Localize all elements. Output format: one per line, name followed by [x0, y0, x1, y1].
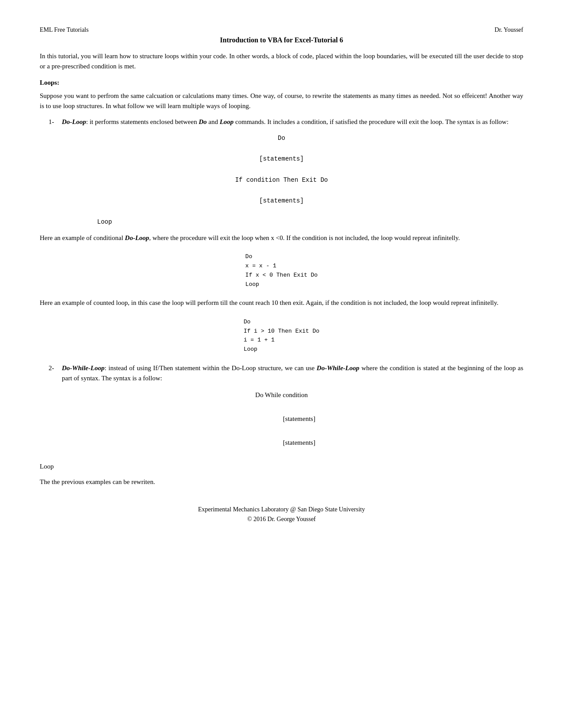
code1-line1: Do	[246, 252, 318, 262]
code-block-2: Do If i > 10 Then Exit Do i = 1 + 1 Loop	[244, 318, 320, 354]
syntax1-line4: [statements]	[40, 196, 523, 206]
item2-label: Do-While-Loop	[62, 364, 105, 372]
example2-para: Here an example of counted loop, in this…	[40, 298, 523, 308]
syntax1-line5: Loop	[97, 217, 523, 228]
syntax2-line4: Loop	[40, 461, 523, 473]
code-block-1-wrapper: Do x = x - 1 If x < 0 Then Exit Do Loop	[40, 248, 523, 293]
closing-text: The the previous examples can be rewrite…	[40, 477, 523, 487]
item2-text: Do-While-Loop: instead of using If/Then …	[62, 363, 523, 383]
item1-num: 1-	[49, 117, 62, 127]
title-section: Introduction to VBA for Excel-Tutorial 6	[40, 36, 523, 44]
code-block-1: Do x = x - 1 If x < 0 Then Exit Do Loop	[246, 252, 318, 289]
syntax-1: Do [statements] If condition Then Exit D…	[40, 133, 523, 228]
list-item-2: 2- Do-While-Loop: instead of using If/Th…	[49, 363, 523, 383]
footer-line1: Experimental Mechanics Laboratory @ San …	[40, 505, 523, 514]
syntax1-line3: If condition Then Exit Do	[40, 175, 523, 186]
page: EML Free Tutorials Dr. Youssef Introduct…	[0, 0, 563, 728]
page-header: EML Free Tutorials Dr. Youssef	[40, 26, 523, 34]
header-left: EML Free Tutorials	[40, 26, 89, 34]
item1-text: Do-Loop: it performs statements enclosed…	[62, 117, 523, 127]
syntax1-line2: [statements]	[40, 154, 523, 165]
header-right: Dr. Youssef	[495, 26, 523, 34]
item1-loop: Loop	[219, 118, 234, 125]
syntax2-line1: Do While condition	[40, 389, 523, 401]
code2-line4: Loop	[244, 345, 320, 354]
code2-line2: If i > 10 Then Exit Do	[244, 327, 320, 336]
syntax2-line2: [statements]	[75, 413, 523, 425]
syntax1-line1: Do	[40, 133, 523, 144]
item1-do: Do	[199, 118, 207, 125]
example1-para: Here an example of conditional Do-Loop, …	[40, 233, 523, 243]
item2-num: 2-	[49, 363, 62, 373]
syntax2-line3: [statements]	[75, 437, 523, 449]
list-item-1: 1- Do-Loop: it performs statements enclo…	[49, 117, 523, 127]
page-footer: Experimental Mechanics Laboratory @ San …	[40, 505, 523, 525]
page-title: Introduction to VBA for Excel-Tutorial 6	[40, 36, 523, 44]
code1-line2: x = x - 1	[246, 262, 318, 271]
item1-label: Do-Loop	[62, 118, 86, 125]
footer-line2: © 2016 Dr. George Youssef	[40, 514, 523, 524]
example1-label: Do-Loop	[125, 234, 149, 241]
code1-line4: Loop	[246, 280, 318, 289]
loops-heading: Loops:	[40, 79, 523, 86]
code-block-2-wrapper: Do If i > 10 Then Exit Do i = 1 + 1 Loop	[40, 313, 523, 359]
item2-label2: Do-While-Loop	[317, 364, 359, 372]
code1-line3: If x < 0 Then Exit Do	[246, 271, 318, 280]
syntax-2: Do While condition [statements] [stateme…	[40, 389, 523, 473]
loops-intro: Suppose you want to perfrom the same cal…	[40, 91, 523, 111]
code2-line1: Do	[244, 318, 320, 327]
code2-line3: i = 1 + 1	[244, 336, 320, 345]
intro-paragraph: In this tutorial, you will learn how to …	[40, 51, 523, 71]
